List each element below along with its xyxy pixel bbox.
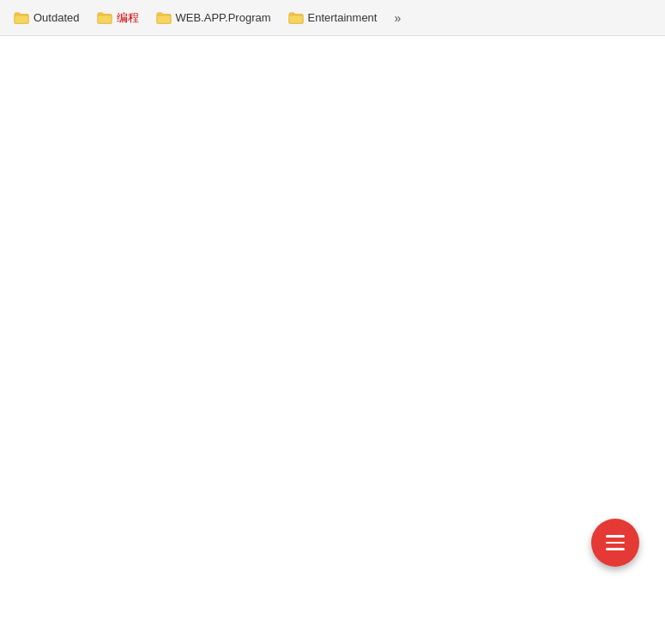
hamburger-line-1: [606, 535, 625, 538]
fab-menu-button[interactable]: [591, 519, 639, 567]
bookmarks-bar: Outdated 编程 WEB.APP.Program Entertainmen…: [0, 0, 665, 36]
bookmark-label-outdated: Outdated: [33, 11, 80, 24]
bookmark-item-webappprogram[interactable]: WEB.APP.Program: [149, 8, 278, 28]
folder-icon: [156, 11, 172, 25]
bookmark-item-entertainment[interactable]: Entertainment: [281, 8, 384, 28]
bookmark-item-biancheng[interactable]: 编程: [90, 7, 146, 29]
bookmark-label-biancheng: 编程: [117, 10, 139, 26]
hamburger-line-3: [606, 548, 625, 550]
hamburger-line-2: [606, 542, 625, 544]
main-content: [0, 36, 665, 644]
folder-icon: [288, 11, 304, 25]
bookmark-label-webappprogram: WEB.APP.Program: [176, 11, 271, 24]
bookmark-item-outdated[interactable]: Outdated: [7, 8, 87, 28]
bookmarks-more-button[interactable]: »: [389, 8, 406, 28]
folder-icon: [97, 11, 112, 25]
folder-icon: [14, 11, 29, 25]
bookmark-label-entertainment: Entertainment: [308, 11, 378, 24]
hamburger-icon: [606, 535, 625, 550]
